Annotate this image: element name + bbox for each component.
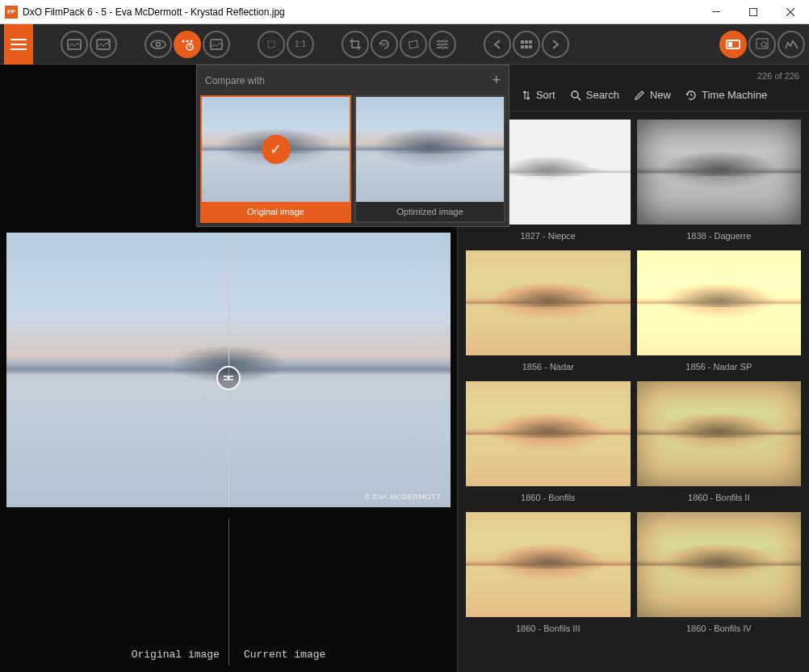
svg-point-28	[228, 376, 230, 379]
preset-thumbnail	[637, 512, 802, 617]
main-area: Compare with + ✓ Original image Optimize…	[0, 65, 809, 672]
preset-grid: 1827 - Niepce1838 - Daguerre1856 - Nadar…	[458, 111, 809, 672]
rotate-button[interactable]: 90°	[371, 31, 398, 58]
svg-rect-13	[409, 40, 417, 48]
panel-histogram-button[interactable]	[778, 31, 805, 58]
pencil-icon	[634, 90, 645, 101]
preset-count: 226 of 226	[458, 65, 809, 84]
search-button[interactable]: Search	[570, 89, 619, 101]
settings-button[interactable]	[429, 31, 456, 58]
svg-point-29	[572, 91, 578, 98]
thumb-label: Original image	[202, 202, 350, 221]
svg-rect-11	[268, 41, 275, 48]
app-icon: FP	[5, 6, 18, 19]
preset-thumbnail	[466, 381, 631, 486]
svg-rect-22	[529, 45, 532, 48]
svg-point-4	[151, 40, 166, 48]
right-preview-label: Current image	[244, 649, 325, 661]
svg-rect-17	[521, 40, 524, 44]
grid-button[interactable]	[513, 31, 540, 58]
check-icon: ✓	[262, 135, 291, 164]
hamburger-menu[interactable]	[4, 24, 33, 65]
svg-rect-24	[728, 42, 732, 47]
window-title: DxO FilmPack 6 - 5 - Eva McDermott - Kry…	[23, 6, 698, 18]
svg-rect-18	[525, 40, 528, 44]
new-button[interactable]: New	[634, 89, 671, 101]
minimize-button[interactable]	[698, 0, 735, 24]
preset-thumbnail	[466, 250, 631, 355]
compare-original-thumb[interactable]: ✓ Original image	[200, 95, 351, 223]
crop-button[interactable]	[342, 31, 369, 58]
preset-item[interactable]: 1860 - Bonfils II	[637, 381, 802, 504]
preset-label: 1827 - Niepce	[466, 229, 631, 242]
watermark: © EVA MCDERMOTT	[365, 493, 441, 501]
svg-rect-1	[750, 8, 757, 15]
compare-panel: Compare with + ✓ Original image Optimize…	[196, 65, 509, 227]
zoom-100-button[interactable]: 1:1	[287, 31, 314, 58]
panel-zoom-button[interactable]	[748, 31, 776, 58]
preset-label: 1838 - Daguerre	[637, 229, 802, 242]
preset-item[interactable]: 1838 - Daguerre	[637, 120, 802, 242]
window-controls	[698, 0, 809, 24]
preset-item[interactable]: 1860 - Bonfils	[466, 381, 631, 504]
preset-item[interactable]: 1856 - Nadar	[466, 250, 631, 373]
preset-panel: 226 of 226 Filter Sort Search New Time M…	[457, 65, 809, 672]
save-button[interactable]	[90, 31, 117, 58]
search-icon	[570, 90, 581, 101]
prev-button[interactable]	[484, 31, 511, 58]
close-button[interactable]	[772, 0, 809, 24]
preset-label: 1856 - Nadar	[466, 360, 631, 373]
compare-optimized-thumb[interactable]: Optimized image	[354, 95, 505, 223]
preset-label: 1860 - Bonfils II	[637, 491, 802, 504]
history-icon	[685, 90, 697, 101]
preview-pane: Compare with + ✓ Original image Optimize…	[0, 65, 457, 672]
svg-point-15	[439, 43, 442, 45]
preset-label: 1860 - Bonfils	[466, 491, 631, 504]
svg-point-6	[182, 40, 185, 42]
preset-thumbnail	[637, 381, 802, 486]
svg-rect-0	[712, 11, 720, 12]
svg-point-8	[191, 40, 193, 42]
svg-point-7	[187, 40, 189, 42]
svg-rect-20	[521, 45, 524, 48]
preset-thumbnail	[466, 512, 631, 617]
preset-label: 1860 - Bonfils IV	[637, 622, 802, 635]
straighten-button[interactable]	[400, 31, 427, 58]
toolbar: 1:1 90°	[0, 24, 809, 65]
preset-item[interactable]: 1860 - Bonfils III	[466, 512, 631, 635]
split-handle[interactable]	[216, 366, 241, 390]
preview-image[interactable]: © EVA MCDERMOTT	[6, 233, 451, 507]
open-image-button[interactable]	[61, 31, 88, 58]
sort-button[interactable]: Sort	[522, 89, 555, 101]
svg-rect-10	[211, 40, 222, 49]
titlebar: FP DxO FilmPack 6 - 5 - Eva McDermott - …	[0, 0, 809, 24]
thumb-label: Optimized image	[356, 202, 504, 221]
preset-thumbnail	[637, 250, 802, 355]
svg-point-14	[444, 40, 446, 42]
maximize-button[interactable]	[735, 0, 772, 24]
snapshot-button[interactable]	[203, 31, 230, 58]
preset-label: 1856 - Nadar SP	[637, 360, 802, 373]
next-button[interactable]	[542, 31, 569, 58]
panel-presets-button[interactable]	[719, 31, 747, 58]
sort-icon	[522, 90, 531, 101]
time-machine-button[interactable]: Time Machine	[685, 89, 767, 101]
compare-panel-title: Compare with	[205, 75, 265, 86]
fit-button[interactable]	[258, 31, 285, 58]
preview-labels: Original image Current image	[0, 519, 457, 672]
preset-item[interactable]: 1860 - Bonfils IV	[637, 512, 802, 635]
compare-button[interactable]	[174, 31, 201, 58]
svg-rect-19	[529, 40, 532, 44]
left-preview-label: Original image	[132, 649, 220, 661]
svg-point-16	[442, 46, 445, 48]
add-comparison-button[interactable]: +	[492, 72, 501, 89]
svg-rect-21	[525, 45, 528, 48]
preset-label: 1860 - Bonfils III	[466, 622, 631, 635]
show-original-button[interactable]	[145, 31, 172, 58]
svg-point-5	[157, 42, 161, 46]
filter-bar: Filter Sort Search New Time Machine	[458, 84, 809, 111]
preset-item[interactable]: 1856 - Nadar SP	[637, 250, 802, 373]
svg-line-30	[577, 97, 581, 100]
preset-thumbnail	[637, 120, 802, 225]
svg-text:90°: 90°	[380, 42, 388, 47]
